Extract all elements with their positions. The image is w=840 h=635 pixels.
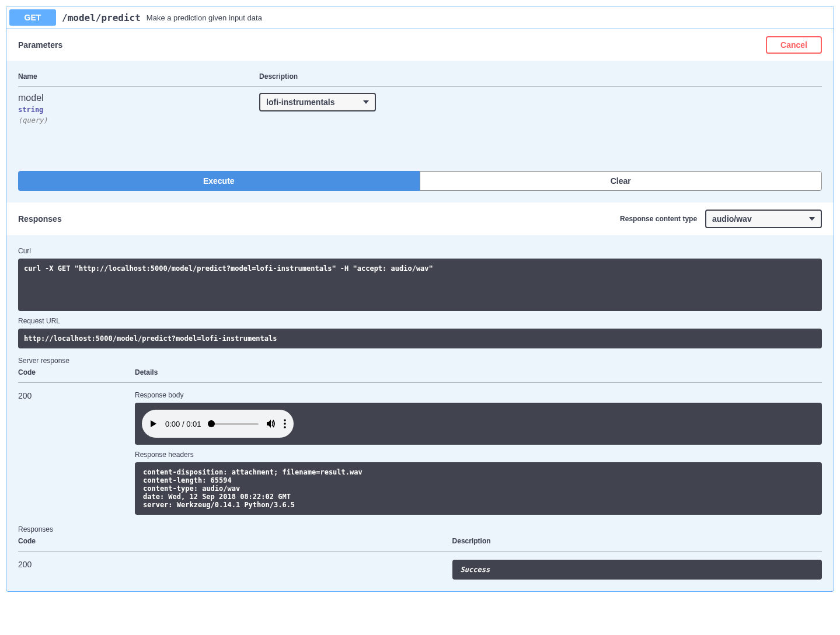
param-row: model string (query) lofi-instrumentals — [18, 87, 822, 125]
doc-response-code: 200 — [18, 552, 452, 580]
documented-responses-table: Code Description 200 Success — [18, 537, 822, 580]
col-description-header: Description — [259, 72, 822, 87]
param-type: string — [18, 103, 259, 114]
parameters-table: Name Description model string (query) lo… — [18, 72, 822, 124]
play-icon[interactable] — [149, 419, 158, 428]
param-name: model — [18, 93, 259, 103]
svg-point-4 — [284, 426, 286, 428]
details-header: Details — [135, 368, 822, 383]
content-type-select[interactable]: audio/wav — [705, 210, 822, 228]
svg-point-2 — [284, 419, 286, 421]
curl-label: Curl — [18, 247, 822, 255]
doc-description-header: Description — [452, 537, 822, 552]
response-body-label: Response body — [135, 391, 822, 399]
response-headers-value[interactable]: content-disposition: attachment; filenam… — [135, 462, 822, 515]
model-select[interactable]: lofi-instrumentals — [259, 93, 376, 111]
content-type-picker: Response content type audio/wav — [620, 210, 822, 228]
svg-marker-0 — [151, 420, 156, 427]
operation-summary[interactable]: GET /model/predict Make a prediction giv… — [6, 6, 834, 29]
response-headers-label: Response headers — [135, 451, 822, 459]
operation-block: GET /model/predict Make a prediction giv… — [6, 6, 834, 592]
doc-response-description: Success — [452, 560, 822, 580]
response-row: 200 Response body 0:00 / 0:01 — [18, 383, 822, 515]
content-type-select-wrap: audio/wav — [705, 210, 822, 228]
svg-point-3 — [284, 423, 286, 425]
doc-response-row: 200 Success — [18, 552, 822, 580]
parameters-header: Parameters Cancel — [6, 29, 834, 61]
param-select-wrap: lofi-instrumentals — [259, 93, 376, 111]
clear-button[interactable]: Clear — [420, 171, 822, 191]
scrubber-thumb-icon[interactable] — [208, 420, 215, 427]
server-response-table: Code Details 200 Response body — [18, 368, 822, 515]
responses-body: Curl curl -X GET "http://localhost:5000/… — [6, 235, 834, 591]
request-url-label: Request URL — [18, 317, 822, 325]
documented-responses-label: Responses — [18, 525, 822, 533]
response-body-audio-wrap: 0:00 / 0:01 — [135, 403, 822, 445]
content-type-label: Response content type — [620, 215, 697, 223]
svg-marker-1 — [267, 420, 271, 428]
request-url-value[interactable]: http://localhost:5000/model/predict?mode… — [18, 329, 822, 348]
server-response-label: Server response — [18, 357, 822, 365]
cancel-button[interactable]: Cancel — [766, 36, 822, 54]
endpoint-description: Make a prediction given input data — [147, 13, 262, 22]
action-buttons: Execute Clear — [6, 171, 834, 203]
parameters-title: Parameters — [18, 40, 62, 50]
response-code: 200 — [18, 383, 135, 515]
audio-time: 0:00 / 0:01 — [165, 420, 201, 428]
parameters-body: Name Description model string (query) lo… — [6, 61, 834, 136]
curl-command[interactable]: curl -X GET "http://localhost:5000/model… — [18, 259, 822, 311]
audio-player[interactable]: 0:00 / 0:01 — [142, 410, 294, 438]
code-header: Code — [18, 368, 135, 383]
col-name-header: Name — [18, 72, 259, 87]
volume-icon[interactable] — [266, 418, 276, 429]
doc-code-header: Code — [18, 537, 452, 552]
responses-title: Responses — [18, 214, 62, 224]
audio-menu-icon[interactable] — [283, 418, 287, 429]
endpoint-path: /model/predict — [62, 12, 141, 23]
method-badge: GET — [9, 9, 56, 26]
param-location: (query) — [18, 114, 259, 124]
audio-scrubber[interactable] — [208, 423, 259, 425]
execute-button[interactable]: Execute — [18, 171, 420, 191]
responses-header: Responses Response content type audio/wa… — [6, 203, 834, 235]
